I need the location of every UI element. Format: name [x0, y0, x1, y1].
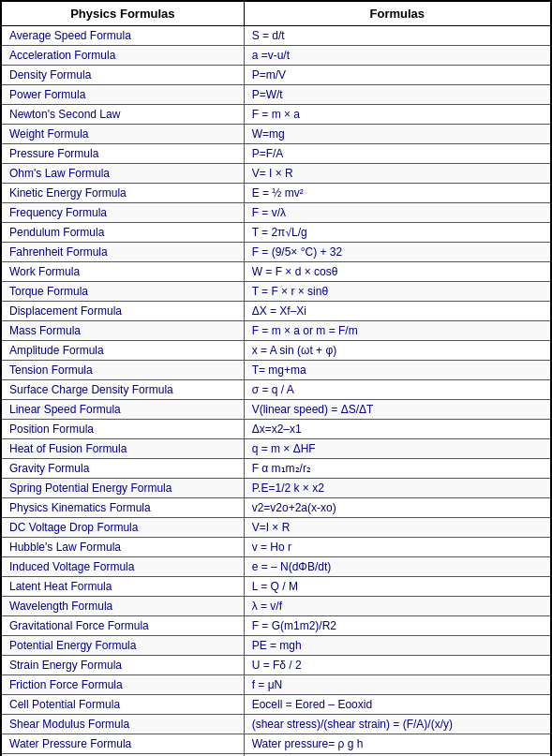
table-row: Work FormulaW = F × d × cosθ	[1, 262, 551, 282]
table-row: Pendulum FormulaT = 2π√L/g	[1, 223, 551, 243]
table-row: Newton's Second LawF = m × a	[1, 105, 551, 125]
formula-value: P.E=1/2 k × x2	[244, 479, 551, 498]
formula-value: V= I × R	[244, 164, 551, 184]
table-row: Pressure FormulaP=F/A	[1, 144, 551, 164]
formula-name: Induced Voltage Formula	[1, 557, 244, 577]
formula-value: U = Fδ / 2	[244, 656, 551, 675]
table-row: Fahrenheit FormulaF = (9/5× °C) + 32	[1, 243, 551, 262]
formula-name: Water Pressure Formula	[1, 734, 244, 754]
formula-value: S = d/t	[244, 26, 551, 46]
formula-name: Mass Formula	[1, 321, 244, 341]
formula-value: T = 2π√L/g	[244, 223, 551, 243]
table-row: Mass FormulaF = m × a or m = F/m	[1, 321, 551, 341]
table-row: Gravity FormulaF α m₁m₂/r₂	[1, 459, 551, 479]
table-row: Shear Modulus Formula(shear stress)/(she…	[1, 715, 551, 734]
formula-name: Strain Energy Formula	[1, 656, 244, 675]
formula-name: Work Formula	[1, 262, 244, 282]
formula-value: F = (9/5× °C) + 32	[244, 243, 551, 262]
formula-name: Linear Speed Formula	[1, 400, 244, 420]
formula-name: Pressure Formula	[1, 144, 244, 164]
table-row: Cell Potential FormulaEocell = Eored – E…	[1, 695, 551, 715]
col2-header: Formulas	[244, 1, 551, 26]
formula-name: Gravity Formula	[1, 459, 244, 479]
table-row: DC Voltage Drop FormulaV=I × R	[1, 518, 551, 538]
formula-name: Average Speed Formula	[1, 26, 244, 46]
table-row: Latent Heat FormulaL = Q / M	[1, 577, 551, 597]
formula-name: Weight Formula	[1, 125, 244, 144]
table-row: Wavelength Formulaλ = v/f	[1, 597, 551, 616]
formula-name: Pendulum Formula	[1, 223, 244, 243]
formula-value: a =v-u/t	[244, 46, 551, 66]
formula-name: Potential Energy Formula	[1, 636, 244, 656]
formula-value: V=I × R	[244, 518, 551, 538]
formula-value: V(linear speed) = ΔS/ΔT	[244, 400, 551, 420]
formula-name: Physics Kinematics Formula	[1, 498, 244, 518]
table-row: Heat of Fusion Formulaq = m × ΔHF	[1, 439, 551, 459]
formula-value: (shear stress)/(shear strain) = (F/A)/(x…	[244, 715, 551, 734]
table-row: Ohm's Law FormulaV= I × R	[1, 164, 551, 184]
formula-name: Newton's Second Law	[1, 105, 244, 125]
formula-value: P=m/V	[244, 66, 551, 85]
formula-value: T= mg+ma	[244, 361, 551, 380]
formula-value: T = F × r × sinθ	[244, 282, 551, 302]
table-row: Linear Speed FormulaV(linear speed) = ΔS…	[1, 400, 551, 420]
formula-value: E = ½ mv²	[244, 184, 551, 203]
formula-name: Fahrenheit Formula	[1, 243, 244, 262]
formula-name: DC Voltage Drop Formula	[1, 518, 244, 538]
formula-value: F = v/λ	[244, 203, 551, 223]
table-row: Water Pressure FormulaWater pressure= ρ …	[1, 734, 551, 754]
table-row: Physics Kinematics Formulav2=v2o+2a(x-xo…	[1, 498, 551, 518]
formula-value: P=W/t	[244, 85, 551, 105]
table-row: Density FormulaP=m/V	[1, 66, 551, 85]
formula-name: Wavelength Formula	[1, 597, 244, 616]
formula-value: PE = mgh	[244, 636, 551, 656]
formula-name: Tension Formula	[1, 361, 244, 380]
table-row: Acceleration Formulaa =v-u/t	[1, 46, 551, 66]
formula-value: v2=v2o+2a(x-xo)	[244, 498, 551, 518]
table-row: Kinetic Energy FormulaE = ½ mv²	[1, 184, 551, 203]
table-row: Displacement FormulaΔX = Xf–Xi	[1, 302, 551, 321]
formula-name: Density Formula	[1, 66, 244, 85]
formula-value: λ = v/f	[244, 597, 551, 616]
formula-name: Heat of Fusion Formula	[1, 439, 244, 459]
table-row: Gravitational Force FormulaF = G(m1m2)/R…	[1, 616, 551, 636]
table-row: Strain Energy FormulaU = Fδ / 2	[1, 656, 551, 675]
physics-formulas-table: Physics Formulas Formulas Average Speed …	[0, 0, 552, 756]
table-row: Surface Charge Density Formulaσ = q / A	[1, 380, 551, 400]
table-row: Induced Voltage Formulae = – N(dΦB/dt)	[1, 557, 551, 577]
formula-value: x = A sin (ωt + φ)	[244, 341, 551, 361]
formula-name: Surface Charge Density Formula	[1, 380, 244, 400]
formula-name: Kinetic Energy Formula	[1, 184, 244, 203]
formula-value: Eocell = Eored – Eooxid	[244, 695, 551, 715]
formula-value: ΔX = Xf–Xi	[244, 302, 551, 321]
formula-value: L = Q / M	[244, 577, 551, 597]
formula-name: Latent Heat Formula	[1, 577, 244, 597]
formula-value: P=F/A	[244, 144, 551, 164]
formula-value: Water pressure= ρ g h	[244, 734, 551, 754]
formula-value: F = G(m1m2)/R2	[244, 616, 551, 636]
formula-name: Frequency Formula	[1, 203, 244, 223]
table-row: Tension FormulaT= mg+ma	[1, 361, 551, 380]
formula-name: Gravitational Force Formula	[1, 616, 244, 636]
formula-name: Hubble's Law Formula	[1, 538, 244, 557]
table-row: Frequency FormulaF = v/λ	[1, 203, 551, 223]
formula-value: F = m × a	[244, 105, 551, 125]
table-row: Torque FormulaT = F × r × sinθ	[1, 282, 551, 302]
formula-name: Ohm's Law Formula	[1, 164, 244, 184]
formula-value: q = m × ΔHF	[244, 439, 551, 459]
table-row: Amplitude Formulax = A sin (ωt + φ)	[1, 341, 551, 361]
formula-name: Power Formula	[1, 85, 244, 105]
formula-value: W = F × d × cosθ	[244, 262, 551, 282]
table-row: Weight FormulaW=mg	[1, 125, 551, 144]
table-row: Spring Potential Energy FormulaP.E=1/2 k…	[1, 479, 551, 498]
formula-name: Displacement Formula	[1, 302, 244, 321]
formula-value: F = m × a or m = F/m	[244, 321, 551, 341]
table-row: Average Speed FormulaS = d/t	[1, 26, 551, 46]
table-row: Friction Force Formulaf = μN	[1, 675, 551, 695]
formula-value: F α m₁m₂/r₂	[244, 459, 551, 479]
formula-name: Spring Potential Energy Formula	[1, 479, 244, 498]
formula-name: Acceleration Formula	[1, 46, 244, 66]
formula-name: Amplitude Formula	[1, 341, 244, 361]
formula-name: Position Formula	[1, 420, 244, 439]
formula-value: σ = q / A	[244, 380, 551, 400]
